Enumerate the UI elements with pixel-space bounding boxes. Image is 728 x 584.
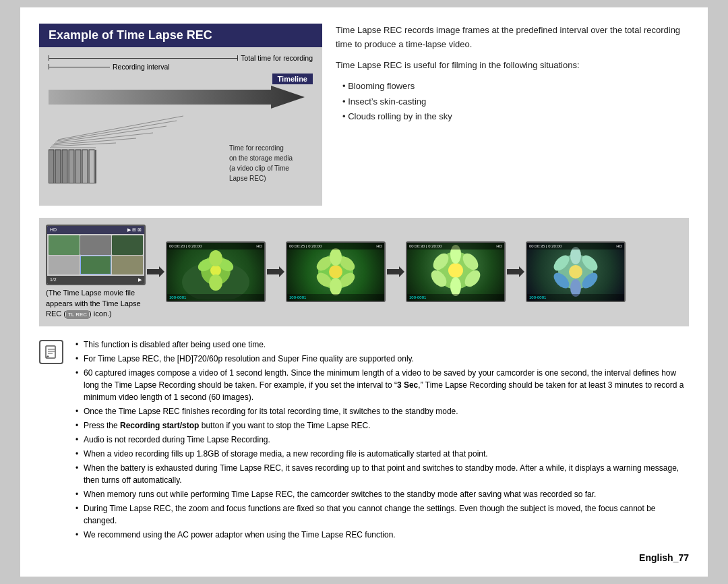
time-display-2: 00:00:25 | 0:20:00 xyxy=(289,244,322,248)
recording-interval-label: Recording interval xyxy=(113,63,170,71)
notes-list: This function is disabled after being us… xyxy=(73,339,689,541)
svg-point-24 xyxy=(210,265,221,276)
svg-point-36 xyxy=(330,248,342,266)
thumb-overlay-2: 00:00:25 | 0:20:00 HD xyxy=(287,243,384,250)
grid-cell-5-highlight xyxy=(80,256,111,275)
note-bold-recording: Recording start/stop xyxy=(120,421,199,430)
arrow-icon-2 xyxy=(267,265,284,279)
note-10: We recommend using the AC power adaptor … xyxy=(73,529,689,541)
flower-svg-2 xyxy=(292,245,380,299)
flower-4: 00:00:35 | 0:20:00 HD 100-0001 xyxy=(527,243,624,301)
arrow-icon-1 xyxy=(147,265,164,279)
thumb-overlay-4: 00:00:35 | 0:20:00 HD xyxy=(527,243,624,250)
file-label-3: 100-0001 xyxy=(409,295,426,299)
notes-content: This function is disabled after being us… xyxy=(73,339,689,543)
thumb-box-3: 00:00:30 | 0:20:00 HD 100-0001 xyxy=(406,241,506,302)
arrow-connector-2 xyxy=(266,265,286,279)
note-6: When a video recording fills up 1.8GB of… xyxy=(73,448,689,460)
flower-svg-4 xyxy=(532,245,619,299)
svg-point-31 xyxy=(329,265,342,279)
thumb-box-camera: HD ▶ ⊞ ⊠ 1/2 ▶ xyxy=(46,225,146,285)
camera-page: 1/2 xyxy=(50,277,57,283)
timeline-arrow-svg xyxy=(49,86,305,109)
tick-right-total xyxy=(237,55,238,61)
file-label-4: 100-0001 xyxy=(529,295,546,299)
ruler-interval: Recording interval xyxy=(49,63,313,71)
pencil-icon xyxy=(44,345,59,359)
svg-rect-2 xyxy=(55,150,61,183)
caption-text-after: ) icon.) xyxy=(89,310,112,318)
time-display-4: 00:00:35 | 0:20:00 xyxy=(529,244,562,248)
svg-rect-5 xyxy=(75,150,81,183)
thumbnails-row: HD ▶ ⊞ ⊠ 1/2 ▶ xyxy=(39,218,689,326)
grid-cell-1 xyxy=(49,235,80,255)
time-display-1: 00:00:20 | 0:20:00 xyxy=(169,244,202,248)
hd-badge-3: HD xyxy=(496,244,502,248)
grid-cell-6 xyxy=(112,256,143,275)
arrow-connector-3 xyxy=(386,265,406,279)
svg-rect-7 xyxy=(89,150,94,183)
svg-marker-38 xyxy=(387,266,404,277)
svg-marker-47 xyxy=(507,266,524,277)
camera-top-bar: HD ▶ ⊞ ⊠ xyxy=(47,226,144,234)
caption-icon: TL REC xyxy=(66,310,89,319)
svg-line-12 xyxy=(55,126,166,142)
ruler-line-interval xyxy=(49,67,110,67)
grid-cell-3 xyxy=(112,235,143,255)
svg-marker-0 xyxy=(49,86,305,109)
time-display-3: 00:00:30 | 0:20:00 xyxy=(409,244,442,248)
svg-point-37 xyxy=(330,278,342,295)
timeline-badge: Timeline xyxy=(272,74,313,84)
thumb-caption: (The Time Lapse movie file appears with … xyxy=(46,288,146,319)
thumb-box-2: 00:00:25 | 0:20:00 HD 100-0001 xyxy=(286,241,386,302)
diagram-area: Example of Time Lapse REC Total time for… xyxy=(39,24,322,206)
camera-thumb-icon: ▶ xyxy=(138,277,142,283)
note-5: Audio is not recorded during Time Lapse … xyxy=(73,434,689,446)
camera-hd-label: HD xyxy=(50,227,57,233)
svg-point-49 xyxy=(569,265,582,279)
ruler-container: Total time for recording Recording inter… xyxy=(49,54,313,71)
svg-line-13 xyxy=(57,121,177,141)
diagram-bottom: Time for recordingon the storage media(a… xyxy=(49,113,313,183)
flower-svg-1 xyxy=(172,245,260,299)
thumb-overlay-3: 00:00:30 | 0:20:00 HD xyxy=(407,243,504,250)
time-for-recording-label: Time for recordingon the storage media(a… xyxy=(229,143,293,183)
svg-point-40 xyxy=(448,263,463,278)
arrow-icon-4 xyxy=(507,265,524,279)
bullet-clouds: Clouds rolling by in the sky xyxy=(342,110,689,124)
note-7: When the battery is exhausted during Tim… xyxy=(73,462,689,486)
svg-line-14 xyxy=(58,116,183,140)
note-0: This function is disabled after being us… xyxy=(73,339,689,351)
note-3: Once the Time Lapse REC finishes recordi… xyxy=(73,405,689,417)
thumb-box-1: 00:00:20 | 0:20:00 HD 100-0001 xyxy=(166,241,266,302)
page: Example of Time Lapse REC Total time for… xyxy=(20,7,708,576)
file-label-2: 100-0001 xyxy=(289,295,306,299)
camera-ui: HD ▶ ⊞ ⊠ 1/2 ▶ xyxy=(47,226,144,284)
svg-point-28 xyxy=(209,274,222,291)
bullet-blooming-flowers: Blooming flowers xyxy=(342,80,689,94)
thumb-item-4: 00:00:35 | 0:20:00 HD 100-0001 xyxy=(526,241,626,302)
note-4: Press the Recording start/stop button if… xyxy=(73,419,689,432)
svg-point-46 xyxy=(450,277,461,296)
grid-cell-4 xyxy=(49,256,80,275)
svg-rect-1 xyxy=(49,150,54,183)
svg-marker-29 xyxy=(267,266,284,277)
thumb-overlay-bottom-4: 100-0001 xyxy=(527,294,624,301)
ruler-line-total xyxy=(49,58,237,59)
thumb-item-0: HD ▶ ⊞ ⊠ 1/2 ▶ xyxy=(46,225,146,319)
flower-2: 00:00:25 | 0:20:00 HD 100-0001 xyxy=(287,243,384,301)
page-footer: English _77 xyxy=(39,552,689,563)
note-8: When memory runs out while performing Ti… xyxy=(73,488,689,500)
camera-bottom: 1/2 ▶ xyxy=(47,276,144,284)
note-icon xyxy=(39,340,63,364)
situations-list: Blooming flowers Insect’s skin-casting C… xyxy=(336,80,689,124)
thumb-overlay-bottom-2: 100-0001 xyxy=(287,294,384,301)
ruler-total: Total time for recording xyxy=(49,54,313,62)
hd-badge-4: HD xyxy=(616,244,622,248)
svg-rect-6 xyxy=(82,150,88,183)
flower-1: 00:00:20 | 0:20:00 HD 100-0001 xyxy=(167,243,264,301)
arrow-connector-1 xyxy=(146,265,166,279)
description-para1: Time Lapse REC records image frames at t… xyxy=(336,24,689,52)
note-bold-3sec: 3 Sec xyxy=(397,380,418,390)
bullet-insects: Insect’s skin-casting xyxy=(342,95,689,109)
